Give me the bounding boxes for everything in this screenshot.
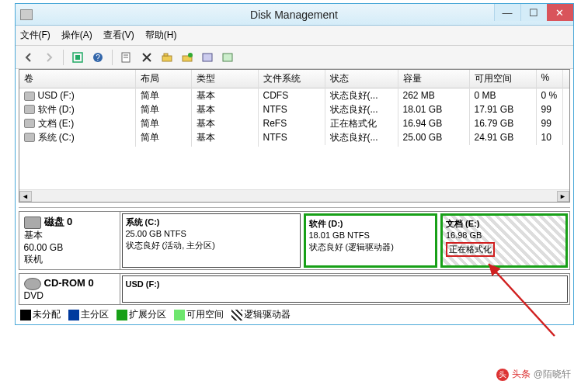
svg-rect-8 xyxy=(164,54,168,56)
svg-rect-12 xyxy=(223,54,232,61)
partition-d[interactable]: 软件 (D:) 18.01 GB NTFS 状态良好 (逻辑驱动器) xyxy=(304,213,437,268)
watermark-prefix: 头条 xyxy=(512,368,531,381)
col-filesystem[interactable]: 文件系统 xyxy=(259,70,325,88)
cdrom-row[interactable]: CD-ROM 0 DVD USD (F:) xyxy=(19,273,570,305)
refresh-button[interactable] xyxy=(69,49,86,66)
menu-action[interactable]: 操作(A) xyxy=(61,29,92,42)
window: Disk Management — ☐ ✕ 文件(F) 操作(A) 查看(V) … xyxy=(15,3,574,325)
scroll-right-button[interactable]: ► xyxy=(557,191,569,202)
partition-e-title: 文档 (E:) xyxy=(446,219,479,228)
watermark-icon: 头 xyxy=(496,369,509,381)
svg-point-10 xyxy=(188,53,193,57)
partition-c-title: 系统 (C:) xyxy=(126,217,160,227)
legend-logical-swatch xyxy=(231,310,242,320)
disk-icon xyxy=(24,217,41,229)
cdrom-info: CD-ROM 0 DVD xyxy=(19,274,120,304)
app-icon xyxy=(20,9,33,20)
disk-0-label: 磁盘 0 xyxy=(44,216,73,227)
watermark-handle: @陌晓轩 xyxy=(534,368,571,381)
disk-0-info: 磁盘 0 基本 60.00 GB 联机 xyxy=(19,212,120,269)
action4-button[interactable] xyxy=(219,49,236,66)
legend-unallocated-swatch xyxy=(20,310,31,320)
close-button[interactable]: ✕ xyxy=(547,4,573,21)
svg-rect-11 xyxy=(203,54,212,61)
cdrom-partition[interactable]: USD (F:) xyxy=(122,275,568,303)
col-type[interactable]: 类型 xyxy=(192,70,259,88)
table-row[interactable]: 系统 (C:)简单基本NTFS状态良好(...25.00 GB24.91 GB1… xyxy=(19,130,569,144)
delete-button[interactable] xyxy=(138,49,155,66)
svg-text:?: ? xyxy=(96,54,100,62)
forward-button[interactable] xyxy=(40,49,57,66)
legend-free-swatch xyxy=(174,310,185,320)
col-capacity[interactable]: 容量 xyxy=(398,70,470,88)
col-status[interactable]: 状态 xyxy=(325,70,398,88)
back-button[interactable] xyxy=(20,49,37,66)
partition-c[interactable]: 系统 (C:) 25.00 GB NTFS 状态良好 (活动, 主分区) xyxy=(122,213,301,268)
maximize-button[interactable]: ☐ xyxy=(520,4,547,21)
legend-logical: 逻辑驱动器 xyxy=(244,309,291,320)
menu-file[interactable]: 文件(F) xyxy=(20,29,50,42)
cdrom-icon xyxy=(24,278,41,290)
partition-c-size: 25.00 GB NTFS xyxy=(126,229,186,238)
svg-rect-1 xyxy=(75,55,80,60)
legend-primary-swatch xyxy=(68,310,79,320)
volume-list: 卷 布局 类型 文件系统 状态 容量 可用空间 % USD (F:)简单基本CD… xyxy=(19,69,570,203)
col-volume[interactable]: 卷 xyxy=(19,70,136,88)
menubar: 文件(F) 操作(A) 查看(V) 帮助(H) xyxy=(16,26,573,46)
legend: 未分配 主分区 扩展分区 可用空间 逻辑驱动器 xyxy=(20,308,569,321)
properties-button[interactable] xyxy=(118,49,135,66)
action1-button[interactable] xyxy=(158,49,176,66)
legend-primary: 主分区 xyxy=(81,309,109,320)
col-layout[interactable]: 布局 xyxy=(136,70,192,88)
disk-0-type: 基本 xyxy=(24,230,43,241)
cdrom-label: CD-ROM 0 xyxy=(44,277,94,289)
graphic-pane: 磁盘 0 基本 60.00 GB 联机 系统 (C:) 25.00 GB NTF… xyxy=(19,207,570,305)
titlebar: Disk Management — ☐ ✕ xyxy=(16,4,573,26)
col-free[interactable]: 可用空间 xyxy=(470,70,537,88)
menu-help[interactable]: 帮助(H) xyxy=(145,29,177,42)
partition-e-status: 正在格式化 xyxy=(446,242,495,257)
minimize-button[interactable]: — xyxy=(494,4,520,21)
watermark: 头 头条 @陌晓轩 xyxy=(489,365,579,383)
svg-rect-7 xyxy=(162,56,172,61)
help-button[interactable]: ? xyxy=(89,49,106,66)
legend-unallocated: 未分配 xyxy=(33,309,61,320)
disk-0-state: 联机 xyxy=(24,254,43,265)
toolbar: ? xyxy=(16,46,573,69)
cdrom-part-title: USD (F:) xyxy=(126,279,160,289)
horizontal-scrollbar[interactable]: ◄ ► xyxy=(19,189,569,202)
disk-0-row[interactable]: 磁盘 0 基本 60.00 GB 联机 系统 (C:) 25.00 GB NTF… xyxy=(19,211,570,270)
legend-free: 可用空间 xyxy=(186,309,224,320)
partition-d-title: 软件 (D:) xyxy=(309,219,343,228)
scroll-left-button[interactable]: ◄ xyxy=(19,191,32,202)
window-title: Disk Management xyxy=(250,9,338,21)
partition-e-size: 16.98 GB xyxy=(446,230,482,240)
action2-button[interactable] xyxy=(179,49,196,66)
col-percent[interactable]: % xyxy=(537,70,563,88)
partition-d-status: 状态良好 (逻辑驱动器) xyxy=(309,242,394,251)
menu-view[interactable]: 查看(V) xyxy=(103,29,134,42)
legend-extended: 扩展分区 xyxy=(129,309,166,320)
partition-e[interactable]: 文档 (E:) 16.98 GB 正在格式化 xyxy=(440,213,568,268)
partition-c-status: 状态良好 (活动, 主分区) xyxy=(126,241,216,250)
action3-button[interactable] xyxy=(199,49,216,66)
legend-extended-swatch xyxy=(117,310,127,320)
cdrom-type: DVD xyxy=(24,290,43,301)
disk-0-size: 60.00 GB xyxy=(24,242,64,253)
list-header: 卷 布局 类型 文件系统 状态 容量 可用空间 % xyxy=(19,70,569,88)
partition-d-size: 18.01 GB NTFS xyxy=(309,230,370,240)
